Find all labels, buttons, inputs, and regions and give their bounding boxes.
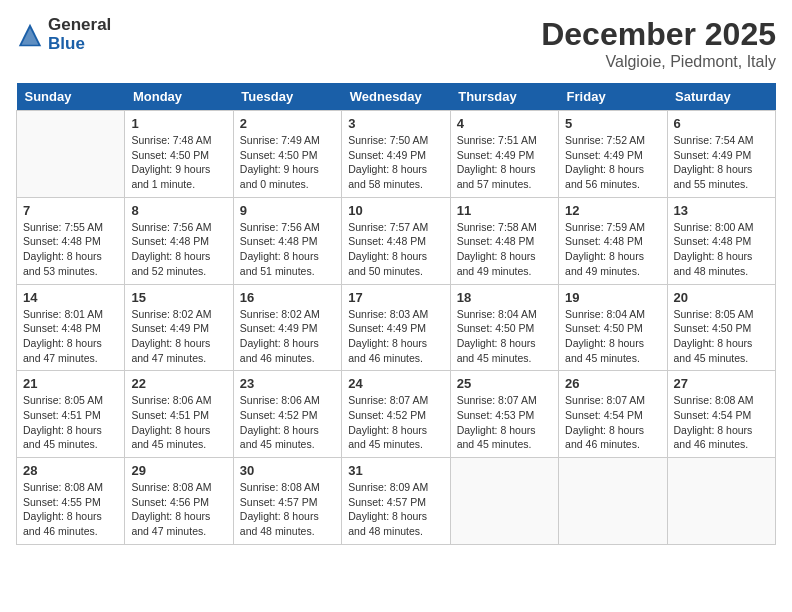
calendar-week-row: 28Sunrise: 8:08 AMSunset: 4:55 PMDayligh… xyxy=(17,458,776,545)
day-number: 4 xyxy=(457,116,552,131)
day-number: 19 xyxy=(565,290,660,305)
day-info: Sunrise: 8:03 AMSunset: 4:49 PMDaylight:… xyxy=(348,307,443,366)
header: General Blue December 2025 Valgioie, Pie… xyxy=(16,16,776,71)
day-number: 8 xyxy=(131,203,226,218)
day-info: Sunrise: 7:49 AMSunset: 4:50 PMDaylight:… xyxy=(240,133,335,192)
day-number: 30 xyxy=(240,463,335,478)
calendar-cell xyxy=(17,111,125,198)
day-of-week-header: Thursday xyxy=(450,83,558,111)
calendar-cell xyxy=(450,458,558,545)
day-number: 29 xyxy=(131,463,226,478)
calendar-cell: 12Sunrise: 7:59 AMSunset: 4:48 PMDayligh… xyxy=(559,197,667,284)
day-number: 7 xyxy=(23,203,118,218)
day-info: Sunrise: 8:09 AMSunset: 4:57 PMDaylight:… xyxy=(348,480,443,539)
day-info: Sunrise: 7:59 AMSunset: 4:48 PMDaylight:… xyxy=(565,220,660,279)
calendar-cell: 21Sunrise: 8:05 AMSunset: 4:51 PMDayligh… xyxy=(17,371,125,458)
day-info: Sunrise: 8:06 AMSunset: 4:52 PMDaylight:… xyxy=(240,393,335,452)
logo-general: General xyxy=(48,16,111,35)
location: Valgioie, Piedmont, Italy xyxy=(541,53,776,71)
day-number: 24 xyxy=(348,376,443,391)
calendar-cell: 11Sunrise: 7:58 AMSunset: 4:48 PMDayligh… xyxy=(450,197,558,284)
day-info: Sunrise: 7:54 AMSunset: 4:49 PMDaylight:… xyxy=(674,133,769,192)
calendar-cell: 16Sunrise: 8:02 AMSunset: 4:49 PMDayligh… xyxy=(233,284,341,371)
day-of-week-header: Wednesday xyxy=(342,83,450,111)
calendar-cell: 23Sunrise: 8:06 AMSunset: 4:52 PMDayligh… xyxy=(233,371,341,458)
day-info: Sunrise: 8:07 AMSunset: 4:53 PMDaylight:… xyxy=(457,393,552,452)
logo-icon xyxy=(16,21,44,49)
day-number: 15 xyxy=(131,290,226,305)
day-number: 14 xyxy=(23,290,118,305)
day-info: Sunrise: 8:07 AMSunset: 4:52 PMDaylight:… xyxy=(348,393,443,452)
day-info: Sunrise: 7:55 AMSunset: 4:48 PMDaylight:… xyxy=(23,220,118,279)
day-info: Sunrise: 8:08 AMSunset: 4:57 PMDaylight:… xyxy=(240,480,335,539)
calendar-cell: 7Sunrise: 7:55 AMSunset: 4:48 PMDaylight… xyxy=(17,197,125,284)
day-number: 23 xyxy=(240,376,335,391)
calendar-cell: 6Sunrise: 7:54 AMSunset: 4:49 PMDaylight… xyxy=(667,111,775,198)
day-number: 5 xyxy=(565,116,660,131)
calendar-cell xyxy=(667,458,775,545)
calendar-cell: 19Sunrise: 8:04 AMSunset: 4:50 PMDayligh… xyxy=(559,284,667,371)
day-info: Sunrise: 7:58 AMSunset: 4:48 PMDaylight:… xyxy=(457,220,552,279)
calendar-cell: 2Sunrise: 7:49 AMSunset: 4:50 PMDaylight… xyxy=(233,111,341,198)
logo: General Blue xyxy=(16,16,111,53)
day-number: 21 xyxy=(23,376,118,391)
day-info: Sunrise: 7:51 AMSunset: 4:49 PMDaylight:… xyxy=(457,133,552,192)
day-info: Sunrise: 7:48 AMSunset: 4:50 PMDaylight:… xyxy=(131,133,226,192)
day-number: 1 xyxy=(131,116,226,131)
calendar-week-row: 7Sunrise: 7:55 AMSunset: 4:48 PMDaylight… xyxy=(17,197,776,284)
day-info: Sunrise: 7:56 AMSunset: 4:48 PMDaylight:… xyxy=(131,220,226,279)
calendar-cell: 17Sunrise: 8:03 AMSunset: 4:49 PMDayligh… xyxy=(342,284,450,371)
calendar-cell: 31Sunrise: 8:09 AMSunset: 4:57 PMDayligh… xyxy=(342,458,450,545)
calendar-cell: 25Sunrise: 8:07 AMSunset: 4:53 PMDayligh… xyxy=(450,371,558,458)
day-info: Sunrise: 8:06 AMSunset: 4:51 PMDaylight:… xyxy=(131,393,226,452)
day-number: 25 xyxy=(457,376,552,391)
calendar-header-row: SundayMondayTuesdayWednesdayThursdayFrid… xyxy=(17,83,776,111)
calendar-cell: 10Sunrise: 7:57 AMSunset: 4:48 PMDayligh… xyxy=(342,197,450,284)
month-title: December 2025 xyxy=(541,16,776,53)
calendar-cell: 5Sunrise: 7:52 AMSunset: 4:49 PMDaylight… xyxy=(559,111,667,198)
day-number: 27 xyxy=(674,376,769,391)
calendar-cell: 9Sunrise: 7:56 AMSunset: 4:48 PMDaylight… xyxy=(233,197,341,284)
calendar-cell: 8Sunrise: 7:56 AMSunset: 4:48 PMDaylight… xyxy=(125,197,233,284)
day-of-week-header: Tuesday xyxy=(233,83,341,111)
day-number: 11 xyxy=(457,203,552,218)
calendar-cell: 4Sunrise: 7:51 AMSunset: 4:49 PMDaylight… xyxy=(450,111,558,198)
day-info: Sunrise: 7:57 AMSunset: 4:48 PMDaylight:… xyxy=(348,220,443,279)
calendar-week-row: 1Sunrise: 7:48 AMSunset: 4:50 PMDaylight… xyxy=(17,111,776,198)
day-number: 16 xyxy=(240,290,335,305)
day-number: 26 xyxy=(565,376,660,391)
day-number: 22 xyxy=(131,376,226,391)
day-number: 13 xyxy=(674,203,769,218)
day-info: Sunrise: 8:02 AMSunset: 4:49 PMDaylight:… xyxy=(240,307,335,366)
logo-blue: Blue xyxy=(48,35,111,54)
calendar-cell: 13Sunrise: 8:00 AMSunset: 4:48 PMDayligh… xyxy=(667,197,775,284)
day-info: Sunrise: 8:04 AMSunset: 4:50 PMDaylight:… xyxy=(457,307,552,366)
calendar-cell: 22Sunrise: 8:06 AMSunset: 4:51 PMDayligh… xyxy=(125,371,233,458)
calendar-cell: 29Sunrise: 8:08 AMSunset: 4:56 PMDayligh… xyxy=(125,458,233,545)
day-of-week-header: Sunday xyxy=(17,83,125,111)
day-info: Sunrise: 8:07 AMSunset: 4:54 PMDaylight:… xyxy=(565,393,660,452)
day-number: 28 xyxy=(23,463,118,478)
calendar: SundayMondayTuesdayWednesdayThursdayFrid… xyxy=(16,83,776,545)
calendar-cell: 1Sunrise: 7:48 AMSunset: 4:50 PMDaylight… xyxy=(125,111,233,198)
title-area: December 2025 Valgioie, Piedmont, Italy xyxy=(541,16,776,71)
day-number: 18 xyxy=(457,290,552,305)
calendar-cell: 14Sunrise: 8:01 AMSunset: 4:48 PMDayligh… xyxy=(17,284,125,371)
day-of-week-header: Friday xyxy=(559,83,667,111)
day-number: 3 xyxy=(348,116,443,131)
day-info: Sunrise: 8:04 AMSunset: 4:50 PMDaylight:… xyxy=(565,307,660,366)
day-info: Sunrise: 7:56 AMSunset: 4:48 PMDaylight:… xyxy=(240,220,335,279)
calendar-cell: 30Sunrise: 8:08 AMSunset: 4:57 PMDayligh… xyxy=(233,458,341,545)
day-number: 31 xyxy=(348,463,443,478)
day-info: Sunrise: 8:00 AMSunset: 4:48 PMDaylight:… xyxy=(674,220,769,279)
day-number: 12 xyxy=(565,203,660,218)
day-number: 10 xyxy=(348,203,443,218)
day-info: Sunrise: 8:01 AMSunset: 4:48 PMDaylight:… xyxy=(23,307,118,366)
calendar-week-row: 21Sunrise: 8:05 AMSunset: 4:51 PMDayligh… xyxy=(17,371,776,458)
day-info: Sunrise: 7:50 AMSunset: 4:49 PMDaylight:… xyxy=(348,133,443,192)
day-number: 6 xyxy=(674,116,769,131)
calendar-cell: 26Sunrise: 8:07 AMSunset: 4:54 PMDayligh… xyxy=(559,371,667,458)
day-number: 17 xyxy=(348,290,443,305)
calendar-cell xyxy=(559,458,667,545)
day-number: 9 xyxy=(240,203,335,218)
